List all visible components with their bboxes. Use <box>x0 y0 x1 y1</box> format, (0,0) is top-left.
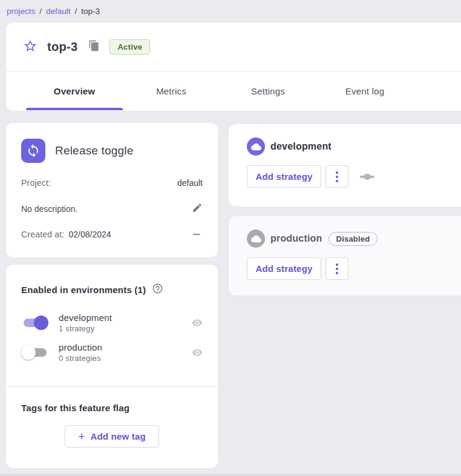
environment-strategy-count: 1 strategy <box>59 324 112 333</box>
plus-icon: + <box>78 431 85 442</box>
environment-panel-name: development <box>270 141 332 152</box>
pencil-icon <box>192 202 203 215</box>
tab-settings[interactable]: Settings <box>220 71 316 110</box>
project-label: Project: <box>21 178 51 188</box>
more-actions-button[interactable] <box>325 257 348 280</box>
tab-label: Overview <box>54 86 95 96</box>
feature-header-card: top-3 Active Overview Metrics Settings E… <box>6 22 461 111</box>
environment-toggle-row-development: development 1 strategy <box>21 312 203 333</box>
environments-card-header: Enabled in environments (1) <box>21 283 203 297</box>
tab-overview[interactable]: Overview <box>26 71 123 110</box>
environment-panel-development: development Add strategy <box>229 124 461 207</box>
cloud-icon <box>247 230 265 248</box>
environment-strategy-count: 0 strategies <box>59 354 102 363</box>
add-new-tag-button[interactable]: + Add new tag <box>65 425 159 448</box>
breadcrumb-separator: / <box>75 7 77 16</box>
tags-section: Tags for this feature flag + Add new tag <box>6 387 218 448</box>
tab-label: Settings <box>251 86 285 96</box>
tab-label: Event log <box>345 86 384 96</box>
kebab-dot <box>336 171 338 174</box>
breadcrumb-link-projects[interactable]: projects <box>7 7 35 16</box>
environment-panel-production: production Disabled Add strategy <box>229 216 461 296</box>
add-strategy-label: Add strategy <box>255 171 312 182</box>
environment-panel-header: production Disabled <box>247 230 461 248</box>
kebab-dot <box>336 268 338 270</box>
minus-icon <box>193 234 200 235</box>
environment-panel-actions: Add strategy <box>247 165 461 188</box>
page-title: top-3 <box>47 40 77 54</box>
breadcrumb-current: top-3 <box>81 7 100 16</box>
feature-type-header: Release toggle <box>21 139 203 163</box>
project-row: Project: default <box>21 178 203 188</box>
copy-name-button[interactable] <box>88 40 100 53</box>
eye-icon[interactable] <box>192 317 203 328</box>
created-at-row: Created at: 02/08/2024 <box>21 230 203 239</box>
tags-section-title: Tags for this feature flag <box>21 403 203 413</box>
project-value: default <box>177 178 203 188</box>
environment-texts: development 1 strategy <box>59 312 112 333</box>
cloud-icon <box>247 137 265 156</box>
star-icon <box>23 39 38 55</box>
last-seen-indicator-icon <box>359 173 375 180</box>
environment-texts: production 0 strategies <box>59 342 102 363</box>
tab-event-log[interactable]: Event log <box>316 71 413 110</box>
environment-panel-actions: Add strategy <box>247 257 461 280</box>
development-toggle[interactable] <box>21 315 49 331</box>
kebab-dot <box>336 176 338 178</box>
environments-card-title: Enabled in environments (1) <box>21 285 146 295</box>
environment-name: development <box>59 312 112 323</box>
created-at-value: 02/08/2024 <box>68 230 111 239</box>
collapse-button[interactable] <box>191 231 203 237</box>
status-badge: Active <box>110 39 150 55</box>
kebab-dot <box>336 263 338 266</box>
add-strategy-label: Add strategy <box>255 263 312 274</box>
add-strategy-button[interactable]: Add strategy <box>247 257 321 280</box>
created-at-label: Created at: <box>21 230 64 239</box>
feature-details-card: Release toggle Project: default No descr… <box>6 123 218 257</box>
description-text: No description. <box>21 204 77 214</box>
feature-type-label: Release toggle <box>55 144 134 157</box>
breadcrumb: projects / default / top-3 <box>0 0 100 22</box>
disabled-badge: Disabled <box>329 232 378 246</box>
environments-card: Enabled in environments (1) development … <box>6 265 218 468</box>
tab-label: Metrics <box>156 86 186 96</box>
favorite-star-button[interactable] <box>23 39 38 55</box>
tab-bar: Overview Metrics Settings Event log <box>6 71 461 110</box>
release-toggle-icon <box>21 139 45 163</box>
kebab-dot <box>336 180 338 182</box>
breadcrumb-separator: / <box>39 7 42 16</box>
environment-name: production <box>59 342 102 352</box>
feature-title-row: top-3 Active <box>6 22 461 71</box>
environment-panel-header: development <box>247 137 461 156</box>
production-toggle[interactable] <box>21 345 49 360</box>
add-new-tag-label: Add new tag <box>90 431 145 441</box>
eye-icon[interactable] <box>192 347 203 358</box>
more-actions-button[interactable] <box>325 165 348 188</box>
breadcrumb-link-default[interactable]: default <box>46 7 71 16</box>
active-tab-underline <box>26 108 123 110</box>
description-row: No description. <box>21 202 203 215</box>
kebab-dot <box>336 272 338 274</box>
environment-toggle-row-production: production 0 strategies <box>21 342 203 363</box>
copy-icon <box>88 40 100 53</box>
help-icon[interactable] <box>152 283 163 297</box>
edit-description-button[interactable] <box>192 202 203 215</box>
tab-metrics[interactable]: Metrics <box>123 71 220 110</box>
add-strategy-button[interactable]: Add strategy <box>247 165 321 188</box>
environment-panel-name: production <box>270 233 322 244</box>
